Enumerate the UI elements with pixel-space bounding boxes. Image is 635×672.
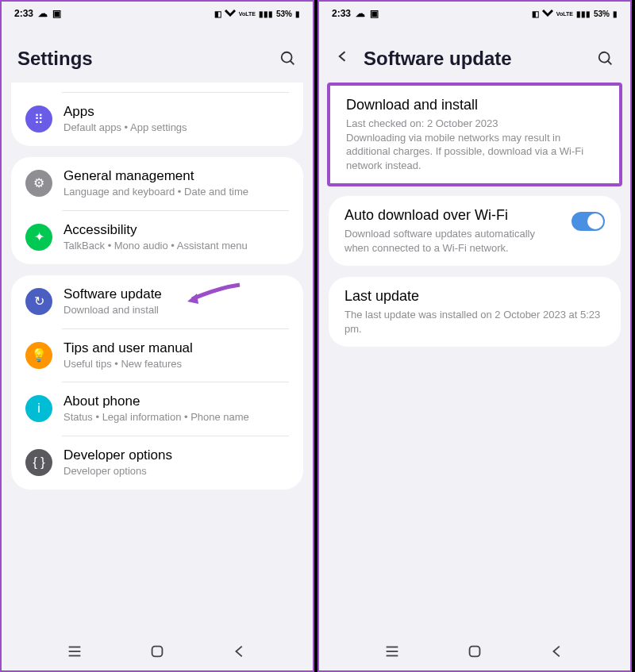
nav-bar bbox=[319, 632, 630, 670]
auto-download-toggle[interactable] bbox=[572, 212, 605, 231]
wifi-icon bbox=[542, 9, 553, 18]
volte-icon: VoLTE bbox=[556, 11, 573, 17]
list-item-apps[interactable]: ⠿ Apps Default apps • App settings bbox=[11, 93, 303, 146]
signal-icon: ▮▮▮ bbox=[259, 10, 273, 18]
list-item-tips[interactable]: 💡 Tips and user manual Useful tips • New… bbox=[11, 329, 303, 382]
card-bottom: ↻ Software update Download and install 💡… bbox=[11, 275, 303, 490]
svg-line-1 bbox=[291, 61, 294, 65]
wifi-icon bbox=[225, 9, 236, 18]
svg-rect-11 bbox=[470, 647, 480, 657]
item-subtitle: Download and install bbox=[64, 304, 289, 317]
item-subtitle: Default apps • App settings bbox=[64, 121, 289, 135]
item-subtitle: TalkBack • Mono audio • Assistant menu bbox=[64, 240, 289, 253]
svg-line-7 bbox=[608, 61, 612, 65]
status-bar: 2:33 ☁ ▣ ◧ VoLTE ▮▮▮ 53% ▮ bbox=[2, 2, 313, 25]
gallery-icon: ▣ bbox=[52, 8, 61, 19]
item-subtitle: Developer options bbox=[64, 465, 289, 478]
nav-bar bbox=[2, 632, 313, 670]
back-chevron-icon[interactable] bbox=[335, 48, 351, 69]
general-icon: ⚙ bbox=[25, 170, 52, 197]
item-title: Download and install bbox=[346, 97, 603, 113]
download-install-item[interactable]: Download and install Last checked on: 2 … bbox=[330, 86, 619, 183]
item-title: About phone bbox=[64, 394, 289, 409]
about-icon: i bbox=[25, 395, 52, 422]
item-subtitle: Language and keyboard • Date and time bbox=[64, 186, 289, 199]
tips-icon: 💡 bbox=[25, 342, 52, 369]
battery-icon: ▮ bbox=[295, 10, 300, 18]
item-title: Accessibility bbox=[64, 222, 289, 238]
battery-percent: 53% bbox=[276, 10, 292, 18]
item-title: Software update bbox=[64, 286, 289, 302]
page-title: Software update bbox=[364, 48, 512, 70]
header: Software update bbox=[319, 25, 630, 83]
battery-icon: ▮ bbox=[613, 10, 618, 18]
svg-rect-5 bbox=[152, 647, 163, 657]
search-icon[interactable] bbox=[279, 50, 297, 67]
last-update-item[interactable]: Last update The last update was installe… bbox=[329, 277, 621, 347]
item-title: Tips and user manual bbox=[64, 340, 289, 356]
svg-point-6 bbox=[599, 52, 610, 63]
item-title: Apps bbox=[64, 104, 289, 120]
phone-right: 2:33 ☁ ▣ ◧ VoLTE ▮▮▮ 53% ▮ Software upda… bbox=[318, 0, 632, 672]
item-description: Last checked on: 2 October 2023 Download… bbox=[346, 117, 603, 172]
card-auto-download: Auto download over Wi-Fi Download softwa… bbox=[329, 196, 621, 266]
item-title: Developer options bbox=[64, 447, 289, 463]
battery-percent: 53% bbox=[594, 10, 610, 18]
apps-icon: ⠿ bbox=[25, 106, 52, 132]
auto-download-item[interactable]: Auto download over Wi-Fi Download softwa… bbox=[329, 196, 621, 266]
search-icon[interactable] bbox=[597, 50, 614, 67]
back-button[interactable] bbox=[548, 643, 566, 660]
software-update-icon: ↻ bbox=[25, 288, 52, 315]
status-time: 2:33 bbox=[14, 8, 33, 19]
cloud-icon: ☁ bbox=[356, 8, 365, 19]
item-subtitle: Status • Legal information • Phone name bbox=[64, 411, 289, 424]
home-button[interactable] bbox=[148, 643, 166, 660]
item-description: Download software updates automatically … bbox=[344, 227, 559, 255]
list-item-software-update[interactable]: ↻ Software update Download and install bbox=[11, 275, 303, 328]
cloud-icon: ☁ bbox=[38, 8, 48, 19]
list-item-developer[interactable]: { } Developer options Developer options bbox=[11, 436, 303, 490]
item-description: The last update was installed on 2 Octob… bbox=[344, 308, 605, 336]
nfc-icon: ◧ bbox=[214, 10, 221, 18]
nfc-icon: ◧ bbox=[532, 10, 539, 18]
volte-icon: VoLTE bbox=[239, 11, 256, 17]
phone-left: 2:33 ☁ ▣ ◧ VoLTE ▮▮▮ 53% ▮ Settings ⠿ Ap… bbox=[0, 0, 314, 672]
svg-point-0 bbox=[282, 52, 292, 63]
card-general: ⚙ General management Language and keyboa… bbox=[11, 157, 303, 264]
card-top-partial: ⠿ Apps Default apps • App settings bbox=[11, 83, 303, 146]
gallery-icon: ▣ bbox=[370, 8, 379, 19]
highlighted-download-install: Download and install Last checked on: 2 … bbox=[327, 83, 622, 186]
home-button[interactable] bbox=[466, 643, 483, 660]
list-item-about[interactable]: i About phone Status • Legal information… bbox=[11, 382, 303, 436]
item-subtitle: Useful tips • New features bbox=[64, 358, 289, 371]
page-title: Settings bbox=[17, 48, 93, 70]
item-title: General management bbox=[64, 168, 289, 184]
recents-button[interactable] bbox=[66, 643, 83, 660]
accessibility-icon: ✦ bbox=[25, 224, 52, 251]
list-item-accessibility[interactable]: ✦ Accessibility TalkBack • Mono audio • … bbox=[11, 211, 303, 264]
item-title: Last update bbox=[344, 288, 605, 305]
status-time: 2:33 bbox=[332, 8, 351, 19]
developer-icon: { } bbox=[25, 449, 52, 476]
back-button[interactable] bbox=[231, 643, 248, 660]
item-title: Auto download over Wi-Fi bbox=[344, 207, 559, 224]
status-bar: 2:33 ☁ ▣ ◧ VoLTE ▮▮▮ 53% ▮ bbox=[319, 2, 630, 25]
header: Settings bbox=[2, 25, 313, 83]
card-last-update: Last update The last update was installe… bbox=[329, 277, 621, 347]
signal-icon: ▮▮▮ bbox=[576, 10, 591, 18]
recents-button[interactable] bbox=[383, 643, 401, 660]
list-item-general[interactable]: ⚙ General management Language and keyboa… bbox=[11, 157, 303, 210]
